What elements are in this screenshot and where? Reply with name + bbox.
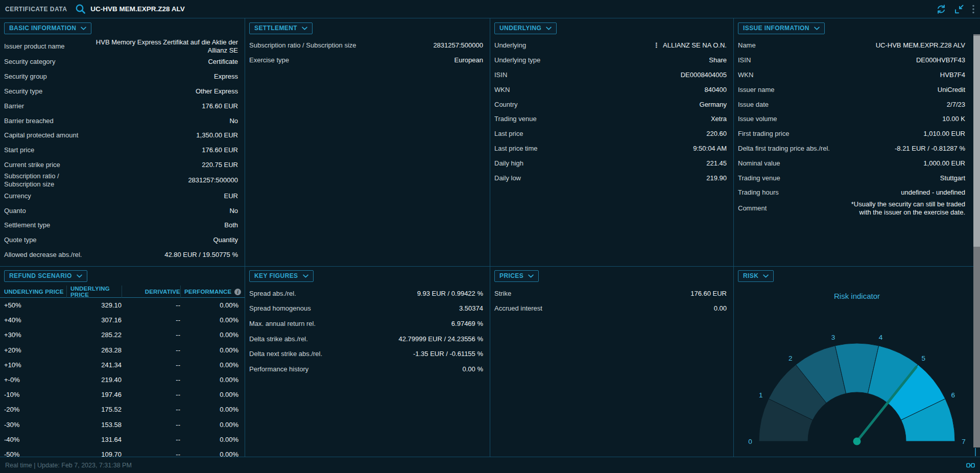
field-row: ISINDE0008404005 [490,68,733,83]
refund-table-cell: 0.00% [180,421,238,429]
refund-table-cell: 307.16 [66,316,122,324]
prices-panel: PRICES Strike176.60 EURAccrued interest0… [490,267,733,457]
collapse-icon[interactable] [954,4,964,14]
field-row: Last price time9:50:04 AM [490,141,733,156]
issue-information-header[interactable]: ISSUE INFORMATION [738,22,825,34]
field-row: Trading venueStuttgart [734,171,980,185]
field-value-text: 42.79999 EUR / 24.23556 % [398,335,483,343]
settlement-header[interactable]: SETTLEMENT [249,22,313,34]
refund-table-cell: 0.00% [180,406,238,413]
risk-header[interactable]: RISK [738,270,774,282]
field-row: Nominal value1,000.00 EUR [734,156,980,171]
refund-table-row: +10%241.34--0.00% [0,358,245,372]
key-figures-fields: Spread abs./rel.9.93 EUR / 0.99422 %Spre… [245,286,490,377]
risk-gauge: 01234567 [737,302,977,456]
refund-scenario-header[interactable]: REFUND SCENARIO [4,270,87,282]
panel-title: PRICES [499,272,523,279]
refund-column-header[interactable]: UNDERLYING PRICE [66,286,122,298]
field-value: 1,010.00 EUR [923,130,965,138]
search-icon[interactable] [75,4,86,14]
field-value: 176.60 EUR [202,146,238,154]
info-icon[interactable]: i [234,289,241,295]
svg-text:4: 4 [879,334,883,341]
field-value-text: 9:50:04 AM [693,145,727,153]
chevron-down-icon [77,274,82,278]
search-input[interactable] [90,5,310,13]
field-value: 0.00 % [463,365,483,373]
refund-table-cell: -- [122,361,180,369]
refund-table-cell: +40% [4,316,66,324]
refund-table-cell: +10% [4,361,66,369]
field-label: WKN [494,86,510,94]
panel-title: UNDERLYING [499,25,541,32]
refund-table-cell: 0.00% [180,376,238,384]
field-value: Germany [700,101,727,109]
field-label: Exercise type [249,56,289,64]
refund-table-cell: -30% [4,421,66,429]
field-label: ISIN [494,71,507,79]
refund-column-header[interactable]: UNDERLYING PRICE [4,286,66,298]
field-row: QuantoNo [0,203,245,218]
field-value-text: 221.45 [706,159,727,168]
field-value-text: 176.60 EUR [690,290,727,298]
field-label: Max. annual return rel. [249,320,316,328]
field-row: Daily low219.90 [490,171,733,185]
field-row: Issuer nameUniCredit [734,82,980,97]
refund-table-cell: -- [122,391,180,398]
field-row: Security typeOther Express [0,84,245,99]
field-value-text: 3.50374 [459,304,483,313]
key-figures-header[interactable]: KEY FIGURES [249,270,314,282]
key-figures-panel: KEY FIGURES Spread abs./rel.9.93 EUR / 0… [245,267,490,457]
field-value: Other Express [196,87,238,96]
svg-text:0: 0 [748,438,752,445]
chevron-down-icon [814,27,820,30]
refund-table-row: -40%131.64--0.00% [0,432,245,447]
refund-table-cell: 285.22 [66,331,122,339]
field-value-text: 2831257:500000 [188,176,238,184]
field-value-text: 6.97469 % [451,320,483,328]
field-value-text: 2831257:500000 [433,41,483,50]
field-value: 42.79999 EUR / 24.23556 % [398,335,483,343]
field-label: Capital protected amount [4,131,78,139]
prices-header[interactable]: PRICES [494,270,539,282]
kebab-menu-icon[interactable]: ⋮ [653,42,660,49]
field-value: 176.60 EUR [690,290,727,298]
certificate-data-window: CERTIFICATE DATA [0,0,980,473]
panel-title: REFUND SCENARIO [9,272,72,279]
refund-column-header[interactable]: PERFORMANCEi [180,286,241,298]
kebab-menu-icon[interactable] [972,5,975,14]
chevron-down-icon [763,274,769,278]
scrollbar-notch [975,448,976,456]
refund-table-header-row: UNDERLYING PRICEUNDERLYING PRICEDERIVATI… [0,286,245,298]
field-value: 0.00 [714,304,727,313]
refund-table-cell: -- [122,406,180,413]
field-value-text: -1.35 EUR / -0.61155 % [413,350,483,358]
risk-gauge-container: 01234567 [737,302,977,457]
field-label: Issuer name [738,86,775,94]
field-value: 220.60 [706,130,727,138]
field-value: 42.80 EUR / 19.50775 % [164,251,238,259]
field-row: Issue volume10.00 K [734,112,980,127]
refund-table-cell: 241.34 [66,361,122,369]
field-row: Capital protected amount1,350.00 EUR [0,128,245,143]
scrollbar-thumb[interactable] [973,36,980,247]
basic-information-header[interactable]: BASIC INFORMATION [4,22,91,34]
field-row: Trading venueXetra [490,112,733,127]
link-icon[interactable] [966,462,975,468]
underlying-header[interactable]: UNDERLYING [494,22,557,34]
refresh-icon[interactable] [936,4,946,14]
field-row: WKN840400 [490,82,733,97]
field-value-text: 1,000.00 EUR [923,159,965,168]
field-value-text: No [229,207,238,215]
field-row: Subscription ratio / Subscription size28… [245,38,490,53]
field-value-text: HVB Memory Express Zertifikat auf die Ak… [85,38,238,55]
field-value-text: undefined - undefined [901,188,965,197]
field-label: Trading venue [494,115,537,123]
column-header-label: DERIVATIVE [145,289,180,295]
column-issue: ISSUE INFORMATION NameUC-HVB MEM.EXPR.Z2… [734,18,980,457]
refund-column-header[interactable]: DERIVATIVE [122,286,180,298]
svg-text:5: 5 [922,354,926,362]
field-value: DE0008404005 [681,71,727,79]
field-label: Start price [4,146,34,154]
field-value: 219.90 [706,174,727,182]
